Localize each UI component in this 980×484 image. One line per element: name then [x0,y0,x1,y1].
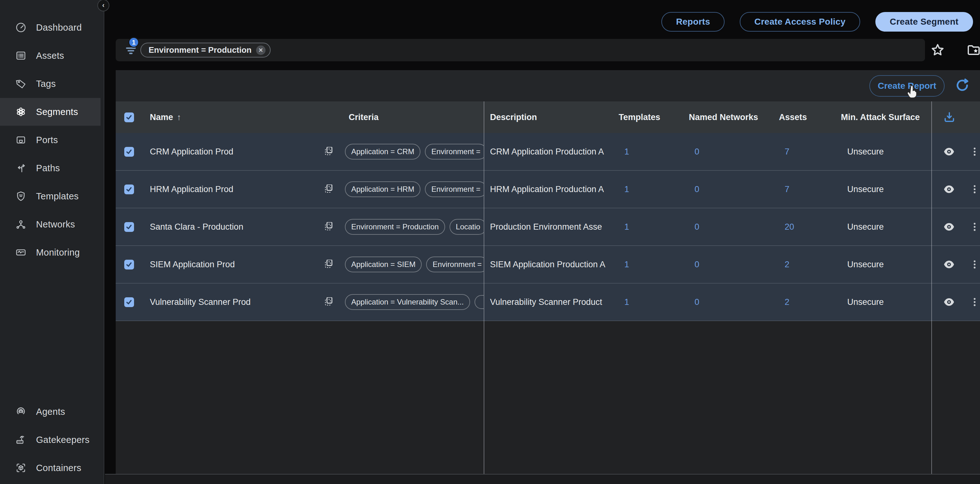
dashboard-gauge-icon [14,21,27,34]
table-row[interactable]: Santa Clara - Production Environment = P… [116,208,980,246]
table-empty-area [116,321,980,474]
sidebar-item-label: Tags [36,79,56,89]
sidebar-collapse-button[interactable]: ‹ [97,0,110,11]
named-networks-count-link[interactable]: 0 [684,222,775,232]
create-access-policy-button[interactable]: Create Access Policy [740,12,860,32]
table-header: Name↑ Criteria Description Templates Nam… [116,102,980,133]
chevron-left-icon: ‹ [102,1,104,10]
min-attack-surface-value: Unsecure [831,260,931,270]
create-segment-button[interactable]: Create Segment [875,12,973,32]
kebab-menu-icon[interactable] [969,259,980,270]
sidebar-item-label: Agents [36,406,65,417]
named-networks-count-link[interactable]: 0 [684,184,775,194]
sidebar-item-segments[interactable]: Segments [0,98,100,126]
criteria-chip: Application = CRM [345,144,420,160]
assets-count-link[interactable]: 2 [775,260,831,270]
assets-count-link[interactable]: 2 [775,297,831,307]
sidebar-item-gatekeepers[interactable]: Gatekeepers [0,426,100,454]
min-attack-surface-value: Unsecure [831,147,931,157]
criteria-chip: Environment = Production [345,219,445,235]
column-header-min-attack-surface[interactable]: Min. Attack Surface [831,113,931,122]
sidebar-item-agents[interactable]: Agents [0,398,100,425]
column-header-name[interactable]: Name↑ [142,113,343,122]
filter-chip-environment[interactable]: Environment = Production ✕ [140,43,270,57]
segment-description: HRM Application Production A [484,184,614,194]
sidebar-item-containers[interactable]: Containers [0,454,100,482]
row-checkbox[interactable] [124,147,134,157]
sidebar-item-assets[interactable]: Assets [0,42,100,70]
sidebar-item-monitoring[interactable]: Monitoring [0,238,100,266]
sidebar-item-ports[interactable]: Ports [0,126,100,154]
row-checkbox[interactable] [124,184,134,194]
view-eye-icon[interactable] [943,145,955,158]
folder-star-icon[interactable] [966,43,980,58]
sidebar-item-label: Paths [36,163,60,173]
column-header-assets[interactable]: Assets [775,113,831,122]
sidebar-item-label: Gatekeepers [36,435,89,445]
filter-count-badge: 1 [128,37,139,48]
named-networks-count-link[interactable]: 0 [684,147,775,157]
column-header-templates[interactable]: Templates [614,113,684,122]
panel-toolbar: Create Report [116,70,980,102]
column-header-criteria[interactable]: Criteria [343,113,484,122]
copy-icon[interactable] [323,147,334,157]
kebab-menu-icon[interactable] [969,297,980,308]
refresh-icon[interactable] [954,77,970,94]
templates-count-link[interactable]: 1 [614,297,684,307]
named-networks-count-link[interactable]: 0 [684,260,775,270]
templates-count-link[interactable]: 1 [614,147,684,157]
row-checkbox[interactable] [124,297,134,307]
star-icon[interactable] [930,43,945,58]
assets-count-link[interactable]: 7 [775,147,831,157]
sidebar: ‹ Dashboard Assets Tags Segments Ports P… [0,0,104,484]
table-row[interactable]: CRM Application Prod Application = CRMEn… [116,133,980,171]
column-divider [484,102,484,474]
view-eye-icon[interactable] [943,296,955,308]
assets-count-link[interactable]: 7 [775,184,831,194]
criteria-chip: Environment = [425,181,484,197]
kebab-menu-icon[interactable] [969,146,980,157]
templates-count-link[interactable]: 1 [614,184,684,194]
filter-bar[interactable]: 1 Environment = Production ✕ [116,39,925,61]
row-checkbox[interactable] [124,260,134,270]
criteria-chip: Application = SIEM [345,257,422,272]
criteria-chip: Application = HRM [345,181,420,197]
segment-name: HRM Application Prod [150,184,233,194]
view-eye-icon[interactable] [943,183,955,195]
sidebar-item-paths[interactable]: Paths [0,154,100,182]
sidebar-item-label: Segments [36,107,78,117]
copy-icon[interactable] [323,260,334,270]
remove-filter-icon[interactable]: ✕ [256,46,266,55]
tag-icon [14,78,27,90]
kebab-menu-icon[interactable] [969,184,980,195]
reports-button[interactable]: Reports [661,12,725,32]
sidebar-item-networks[interactable]: Networks [0,210,100,238]
assets-list-icon [14,49,27,62]
row-checkbox[interactable] [124,222,134,232]
table-row[interactable]: SIEM Application Prod Application = SIEM… [116,246,980,283]
templates-count-link[interactable]: 1 [614,260,684,270]
kebab-menu-icon[interactable] [969,221,980,232]
sidebar-item-label: Networks [36,219,75,230]
named-networks-count-link[interactable]: 0 [684,297,775,307]
mouse-cursor-hand [905,85,919,99]
view-eye-icon[interactable] [943,221,955,233]
sidebar-item-dashboard[interactable]: Dashboard [0,14,100,41]
sidebar-item-tags[interactable]: Tags [0,70,100,98]
table-row[interactable]: HRM Application Prod Application = HRMEn… [116,171,980,208]
sidebar-item-templates[interactable]: Templates [0,182,100,210]
templates-count-link[interactable]: 1 [614,222,684,232]
assets-count-link[interactable]: 20 [775,222,831,232]
criteria-chip [474,295,484,309]
column-header-named-networks[interactable]: Named Networks [684,113,775,122]
download-icon[interactable] [943,111,956,124]
select-all-checkbox[interactable] [124,113,134,122]
copy-icon[interactable] [323,297,334,307]
copy-icon[interactable] [323,184,334,194]
view-eye-icon[interactable] [943,258,955,271]
table-row[interactable]: Vulnerability Scanner Prod Application =… [116,283,980,321]
copy-icon[interactable] [323,222,334,232]
column-header-description[interactable]: Description [484,113,614,122]
sort-asc-arrow: ↑ [177,113,181,122]
ports-monitor-icon [14,133,27,146]
